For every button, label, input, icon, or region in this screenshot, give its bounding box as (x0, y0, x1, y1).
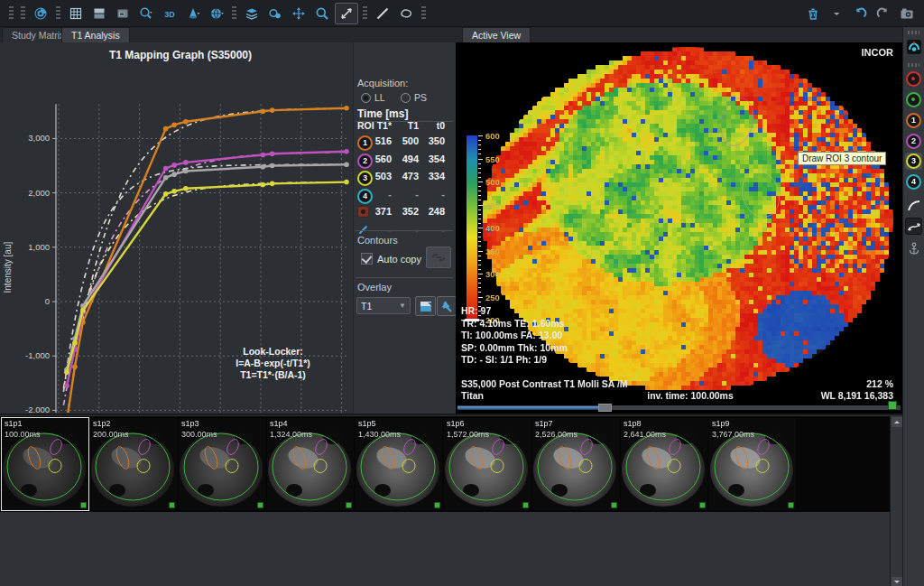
thumbnail-inversion-time: 300.00ms (181, 430, 217, 439)
filmstrip-track: s1p1100.00mss1p2200.00mss1p3300.00mss1p4… (0, 416, 890, 512)
thumbnail-status-indicator (346, 502, 352, 508)
tab-t1-analysis[interactable]: T1 Analysis (61, 27, 130, 42)
radio-ps-label: PS (414, 92, 427, 103)
delete-trash-icon[interactable] (802, 4, 824, 23)
toolbar-grip[interactable] (21, 6, 25, 21)
zoom-icon[interactable] (311, 4, 333, 23)
thumbnail-label: s1p4 (270, 419, 288, 428)
overlay-select[interactable]: T1 ▼ (356, 297, 411, 314)
roi-value-t0: 350 (412, 135, 445, 146)
toolbar-grip[interactable] (232, 6, 236, 21)
colorbar-tick-label: 450 (485, 200, 500, 210)
active-view-viewport[interactable]: INCOR 600550500450400350300250200 HR: 97… (456, 42, 902, 414)
svg-text:1,000: 1,000 (28, 242, 50, 252)
roi-1-icon: 1 (906, 113, 921, 128)
undo-icon[interactable] (849, 4, 871, 23)
thumbnail-label: s1p1 (5, 419, 23, 428)
toolbar-grip[interactable] (9, 6, 14, 21)
toolbar-grip[interactable] (56, 6, 60, 21)
arc-tool-button[interactable] (905, 197, 922, 214)
windowing-icon[interactable] (264, 4, 286, 23)
toolbar-grip[interactable] (421, 6, 426, 21)
epi-contour-button[interactable] (905, 91, 922, 108)
snapshot-camera-icon[interactable] (896, 4, 918, 23)
radio-ps[interactable]: PS (401, 92, 427, 103)
series-filmstrip: s1p1100.00mss1p2200.00mss1p3300.00mss1p4… (0, 414, 902, 586)
mpr-cone-dropdown-icon[interactable] (182, 4, 204, 23)
thumbnail-label: s1p3 (181, 419, 199, 428)
thumbnail-label: s1p7 (535, 419, 553, 428)
time-table-header: Time [ms] (357, 107, 408, 120)
overlay-settings-button[interactable] (437, 296, 457, 316)
roi-table-row[interactable]: 1516500350 (354, 134, 457, 152)
redo-icon[interactable] (873, 4, 894, 23)
filmstrip-thumbnail-s1p9[interactable]: s1p93,767.00ms (709, 418, 796, 510)
spline-tool-button[interactable] (905, 218, 922, 235)
thumbnail-inversion-time: 2,641.00ms (624, 430, 666, 439)
3d-icon[interactable]: 3D (159, 4, 180, 23)
application-window: 3D Study Matrix T1 Analysis Active View … (0, 0, 924, 586)
loupe-dropdown-icon[interactable] (135, 4, 157, 23)
measure-line-icon[interactable] (372, 4, 393, 23)
trash-caret-icon[interactable] (826, 4, 847, 23)
layout-split-icon[interactable] (88, 4, 110, 23)
overlay-map-toggle-button[interactable] (415, 296, 436, 316)
roi-3-button[interactable]: 3 (905, 153, 922, 170)
roi-table-row[interactable]: 3503473334 (354, 169, 457, 187)
colorbar-tick-label: 500 (485, 177, 500, 187)
filmstrip-thumbnail-s1p1[interactable]: s1p1100.00ms (2, 418, 88, 510)
copy-contours-button[interactable] (426, 246, 451, 268)
tab-active-view[interactable]: Active View (462, 27, 531, 42)
roi-4-button[interactable]: 4 (905, 173, 922, 191)
window-level-label: WL 8,191 16,383 (821, 390, 893, 401)
scroll-up-arrow[interactable] (892, 417, 902, 427)
thumbnail-inversion-time: 2,526.00ms (535, 430, 578, 439)
sidebar-grip[interactable] (908, 31, 919, 34)
roi-table-row[interactable]: 4--- (354, 187, 457, 205)
radio-ll[interactable]: LL (361, 92, 385, 103)
scroll-down-arrow[interactable] (892, 577, 902, 586)
series-description: S35,000 Post Contrast T1 Molli SA /M (461, 378, 628, 389)
colorbar-tick-label: 300 (485, 269, 500, 279)
radio-dot (361, 93, 371, 103)
filmstrip-thumbnail-s1p8[interactable]: s1p82,641.00ms (621, 418, 707, 510)
filmstrip-thumbnail-s1p7[interactable]: s1p72,526.00ms (532, 418, 619, 510)
filmstrip-thumbnail-s1p2[interactable]: s1p2200.00ms (90, 418, 177, 510)
series-loaded-indicator (888, 401, 897, 410)
anchor-tool-button[interactable] (905, 240, 922, 257)
colorbar-tick-label: 250 (485, 293, 500, 302)
filmstrip-thumbnail-s1p5[interactable]: s1p51,430.00ms (356, 418, 442, 510)
patient-db-icon[interactable] (30, 4, 51, 23)
orientation-globe-dropdown-icon[interactable] (206, 4, 227, 23)
phase-slider-handle[interactable] (598, 404, 612, 412)
endo-contour-button[interactable] (905, 70, 922, 88)
pan-icon[interactable] (288, 4, 310, 23)
epi-contour-icon (906, 92, 921, 107)
wrench-icon (441, 301, 453, 312)
inversion-time-label: inv. time: 100.00ms (600, 390, 781, 401)
thumbnail-label: s1p8 (624, 419, 642, 428)
stack-layers-icon[interactable] (241, 4, 263, 23)
toolbar-grip[interactable] (363, 6, 367, 21)
thumbnail-status-indicator (434, 502, 440, 508)
filmstrip-thumbnail-s1p3[interactable]: s1p3300.00ms (179, 418, 265, 510)
freehand-contour-icon[interactable] (395, 4, 417, 23)
filmstrip-thumbnail-s1p6[interactable]: s1p61,572.00ms (444, 418, 531, 510)
roi-table-row[interactable]: 2560494354 (354, 152, 457, 170)
layout-protocol-icon[interactable] (112, 4, 134, 23)
svg-text:-1,000: -1,000 (25, 350, 50, 360)
filmstrip-scrollbar[interactable] (890, 416, 902, 586)
thumbnail-status-indicator (80, 502, 87, 508)
study-matrix-icon[interactable] (65, 4, 87, 23)
roi-table-row[interactable]: 371352248 (354, 204, 457, 222)
roi-1-button[interactable]: 1 (905, 112, 922, 129)
auto-copy-checkbox[interactable]: Auto copy (361, 253, 421, 265)
annotation-line: T1=T1*·(B/A-1) (203, 369, 343, 381)
thumbnail-status-indicator (169, 502, 175, 508)
crosshair-jump-icon[interactable] (335, 3, 358, 24)
mask-tool-button[interactable] (905, 38, 922, 55)
roi-2-button[interactable]: 2 (905, 133, 922, 150)
filmstrip-thumbnail-s1p4[interactable]: s1p41,324.00ms (267, 418, 354, 510)
sidebar-grip[interactable] (908, 63, 919, 67)
thumbnail-inversion-time: 100.00ms (5, 430, 41, 439)
